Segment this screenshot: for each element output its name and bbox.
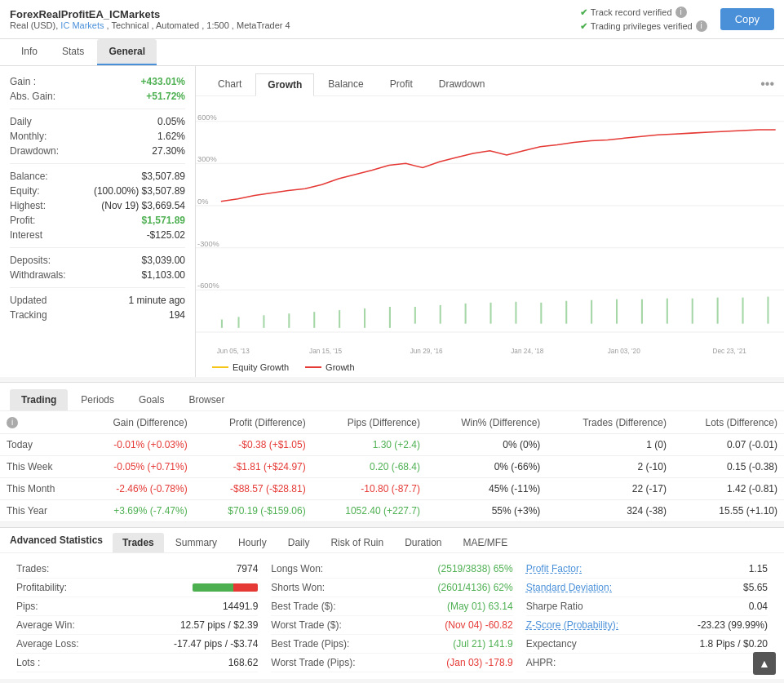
svg-rect-14 [288, 313, 290, 328]
row-trades: 22 (-17) [547, 478, 673, 500]
interest-row: Interest -$125.02 [10, 228, 185, 242]
chart-tab-growth[interactable]: Growth [255, 73, 314, 96]
chart-tab-profit[interactable]: Profit [378, 73, 425, 95]
trading-tab-goals[interactable]: Goals [127, 389, 175, 410]
svg-rect-26 [591, 300, 592, 324]
highest-row: Highest: (Nov 19) $3,669.54 [10, 198, 185, 213]
deposits-value: $3,039.00 [142, 255, 185, 266]
chart-tabs: Chart Growth Balance Profit Drawdown ••• [196, 66, 784, 96]
svg-rect-24 [540, 303, 542, 324]
svg-rect-23 [515, 302, 516, 324]
adv-row: Expectancy 1.8 Pips / $0.20 [526, 635, 768, 654]
svg-rect-17 [364, 308, 365, 328]
adv-row: Worst Trade ($): (Nov 04) -60.82 [271, 616, 512, 635]
abs-gain-row: Abs. Gain: +51.72% [10, 89, 185, 104]
adv-row-value: 7974 [237, 563, 259, 574]
chart-tab-balance[interactable]: Balance [316, 73, 375, 95]
tab-info[interactable]: Info [10, 39, 49, 65]
row-label: Today [0, 434, 80, 456]
track-record-info-icon[interactable]: i [675, 7, 687, 18]
adv-row: Z-Score (Probability): -23.23 (99.99%) [526, 616, 768, 635]
adv-row: Shorts Won: (2601/4136) 62% [271, 579, 512, 597]
chart-tab-drawdown[interactable]: Drawdown [427, 73, 498, 95]
scroll-to-top-button[interactable]: ▲ [753, 652, 776, 675]
adv-row-label: Worst Trade ($): [271, 619, 341, 631]
adv-row-value: (Jan 03) -178.9 [446, 657, 512, 668]
trading-tab-trading[interactable]: Trading [10, 389, 68, 410]
chart-more-icon[interactable]: ••• [760, 77, 774, 91]
trading-tab-periods[interactable]: Periods [69, 389, 126, 410]
svg-rect-11 [221, 320, 223, 328]
daily-row: Daily 0.05% [10, 114, 185, 129]
adv-row-label[interactable]: Standard Deviation: [526, 582, 612, 593]
row-gain: -2.46% (-0.78%) [80, 478, 194, 500]
col-header-lots: Lots (Difference) [673, 411, 784, 434]
advanced-content: Trades: 7974 Profitability: Pips: 14491.… [0, 553, 784, 679]
adv-row-label[interactable]: Z-Score (Probability): [526, 619, 618, 631]
adv-row: Profit Factor: 1.15 [526, 560, 768, 579]
svg-text:0%: 0% [197, 197, 208, 206]
trading-privileges-info-icon[interactable]: i [696, 20, 707, 32]
svg-text:Jun 29, '16: Jun 29, '16 [410, 348, 443, 355]
bar-red [233, 583, 258, 592]
adv-tab-mae[interactable]: MAE/MFE [454, 533, 518, 552]
profit-value: $1,571.89 [142, 215, 185, 226]
adv-row: Pips: 14491.9 [16, 597, 258, 616]
col-header-trades: Trades (Difference) [547, 411, 673, 434]
row-pips: 1.30 (+2.4) [312, 434, 427, 456]
tab-general[interactable]: General [97, 39, 157, 65]
svg-rect-31 [717, 298, 719, 324]
row-pips: 0.20 (-68.4) [312, 456, 427, 478]
withdrawals-row: Withdrawals: $1,103.00 [10, 268, 185, 282]
tab-stats[interactable]: Stats [51, 39, 95, 65]
row-trades: 2 (-10) [547, 456, 673, 478]
equity-row: Equity: (100.00%) $3,507.89 [10, 184, 185, 198]
table-row: Today -0.01% (+0.03%) -$0.38 (+$1.05) 1.… [0, 434, 784, 456]
tracking-row: Tracking 194 [10, 308, 185, 322]
adv-row-value: 12.57 pips / $2.39 [180, 619, 258, 631]
svg-rect-13 [263, 315, 264, 328]
chart-tab-chart[interactable]: Chart [206, 73, 254, 95]
trading-table: i Gain (Difference) Profit (Difference) … [0, 411, 784, 522]
adv-row-value: (2601/4136) 62% [438, 582, 513, 593]
adv-tab-trades[interactable]: Trades [113, 533, 164, 552]
period-info-icon[interactable]: i [7, 417, 18, 428]
adv-tab-summary[interactable]: Summary [166, 533, 227, 552]
adv-tab-duration[interactable]: Duration [395, 533, 451, 552]
svg-rect-16 [339, 310, 340, 328]
adv-row-value: (Nov 04) -60.82 [445, 619, 512, 631]
copy-button[interactable]: Copy [720, 8, 774, 30]
adv-row: Best Trade ($): (May 01) 63.14 [271, 597, 512, 616]
adv-tab-daily[interactable]: Daily [278, 533, 320, 552]
row-label: This Year [0, 500, 80, 522]
adv-tab-risk[interactable]: Risk of Ruin [321, 533, 393, 552]
adv-row-value: 0.04 [749, 601, 768, 612]
adv-row-label: Sharpe Ratio [526, 601, 583, 612]
adv-row-label: Worst Trade (Pips): [271, 657, 355, 668]
row-lots: 1.42 (-0.81) [673, 478, 784, 500]
row-pips: 1052.40 (+227.7) [312, 500, 427, 522]
adv-row-value: $5.65 [743, 582, 768, 593]
svg-rect-28 [641, 299, 643, 324]
adv-row: Worst Trade (Pips): (Jan 03) -178.9 [271, 654, 512, 672]
adv-row-label: Best Trade ($): [271, 601, 335, 612]
adv-row-label[interactable]: Profit Factor: [526, 563, 582, 574]
check-icon2: ✔ [580, 21, 587, 32]
row-gain: -0.05% (+0.71%) [80, 456, 194, 478]
adv-row-value: (Jul 21) 141.9 [453, 638, 512, 650]
row-lots: 15.55 (+1.10) [673, 500, 784, 522]
adv-tab-hourly[interactable]: Hourly [228, 533, 277, 552]
svg-text:Dec 23, '21: Dec 23, '21 [712, 348, 746, 355]
header: ForexRealProfitEA_ICMarkets Real (USD), … [0, 0, 784, 39]
adv-row: Trades: 7974 [16, 560, 258, 579]
adv-row-label: Average Loss: [16, 638, 79, 650]
deposits-row: Deposits: $3,039.00 [10, 253, 185, 268]
equity-value: (100.00%) $3,507.89 [94, 185, 185, 197]
adv-row-value: 1.8 Pips / $0.20 [700, 638, 768, 650]
chart-area: 600% 300% 0% -300% -600% [196, 96, 784, 357]
trading-tab-browser[interactable]: Browser [177, 389, 236, 410]
adv-row-label: Average Win: [16, 619, 75, 631]
balance-row: Balance: $3,507.89 [10, 169, 185, 184]
broker-link[interactable]: IC Markets [60, 20, 104, 30]
profitability-bar [193, 582, 258, 593]
